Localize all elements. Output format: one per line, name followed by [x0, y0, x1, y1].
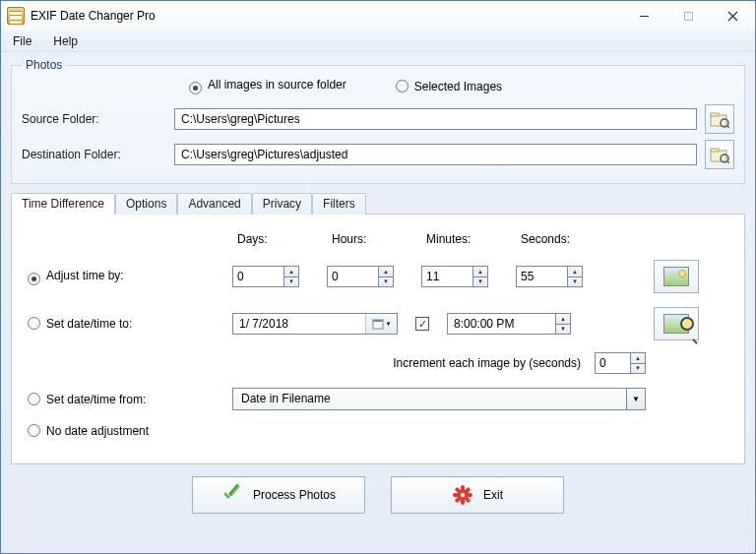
photos-group: Photos All images in source folder Selec… — [11, 58, 745, 184]
spin-down-icon[interactable]: ▼ — [284, 277, 299, 288]
spin-down-icon[interactable]: ▼ — [378, 277, 394, 288]
process-label: Process Photos — [253, 488, 336, 502]
hours-input[interactable] — [327, 266, 378, 287]
radio-empty-icon — [396, 80, 409, 92]
radio-selected-images[interactable]: Selected Images — [396, 80, 502, 93]
seconds-input[interactable] — [516, 266, 567, 287]
app-icon — [7, 7, 25, 25]
minutes-input[interactable] — [421, 266, 472, 287]
tab-advanced[interactable]: Advanced — [177, 193, 251, 215]
radio-empty-icon — [28, 393, 40, 405]
svg-rect-5 — [711, 113, 719, 116]
exit-button[interactable]: Exit — [391, 476, 564, 514]
seconds-spinner[interactable]: ▲▼ — [516, 266, 595, 287]
radio-all-images[interactable]: All images in source folder — [189, 78, 346, 94]
chevron-down-icon: ▼ — [386, 321, 392, 327]
radio-empty-icon — [28, 317, 40, 330]
tab-privacy[interactable]: Privacy — [252, 193, 312, 215]
spin-up-icon[interactable]: ▲ — [378, 266, 394, 277]
tab-strip: Time Difference Options Advanced Privacy… — [11, 192, 745, 214]
reference-image-button[interactable] — [654, 260, 699, 293]
date-value: 1/ 7/2018 — [233, 317, 365, 331]
photos-legend: Photos — [22, 58, 66, 72]
svg-rect-8 — [711, 151, 726, 161]
radio-set-datetime[interactable]: Set date/time to: — [28, 317, 224, 331]
svg-rect-13 — [373, 320, 383, 322]
source-folder-input[interactable] — [174, 108, 697, 130]
menu-help[interactable]: Help — [53, 34, 78, 48]
date-from-value: Date in Filename — [232, 388, 626, 410]
svg-line-11 — [727, 161, 729, 163]
days-input[interactable] — [232, 266, 284, 287]
header-seconds: Seconds: — [521, 232, 599, 246]
time-enable-checkbox[interactable]: ✓ — [415, 317, 429, 331]
spin-up-icon[interactable]: ▲ — [630, 352, 646, 363]
spin-up-icon[interactable]: ▲ — [555, 313, 571, 324]
svg-rect-9 — [711, 149, 719, 152]
svg-rect-1 — [685, 12, 693, 20]
radio-empty-icon — [28, 424, 40, 437]
maximize-button[interactable] — [666, 2, 711, 31]
spin-up-icon[interactable]: ▲ — [567, 266, 583, 277]
time-input[interactable] — [447, 313, 555, 335]
spin-up-icon[interactable]: ▲ — [472, 266, 488, 277]
svg-rect-4 — [711, 115, 726, 126]
tab-body: Days: Hours: Minutes: Seconds: Adjust ti… — [11, 214, 745, 464]
menu-bar: File Help — [1, 31, 755, 52]
hours-spinner[interactable]: ▲▼ — [327, 266, 406, 287]
spin-up-icon[interactable]: ▲ — [284, 266, 299, 277]
spin-down-icon[interactable]: ▼ — [567, 277, 583, 288]
increment-spinner[interactable]: ▲▼ — [595, 352, 646, 374]
svg-line-7 — [727, 126, 729, 128]
process-photos-button[interactable]: Process Photos — [192, 476, 365, 514]
tab-filters[interactable]: Filters — [312, 193, 366, 215]
spin-down-icon[interactable]: ▼ — [472, 277, 488, 288]
burst-icon — [452, 484, 473, 506]
menu-file[interactable]: File — [13, 34, 32, 48]
destination-browse-button[interactable] — [705, 140, 734, 169]
days-spinner[interactable]: ▲▼ — [232, 266, 311, 287]
radio-no-adjust[interactable]: No date adjustment — [28, 424, 224, 438]
date-picker[interactable]: 1/ 7/2018 ▼ — [232, 313, 398, 335]
date-from-combo[interactable]: Date in Filename ▼ — [232, 388, 646, 410]
radio-adjust-time[interactable]: Adjust time by: — [28, 269, 224, 285]
source-browse-button[interactable] — [705, 104, 734, 134]
minimize-button[interactable] — [622, 2, 666, 31]
header-hours: Hours: — [332, 232, 410, 246]
checkmark-icon — [221, 484, 243, 506]
photo-icon — [663, 267, 689, 286]
source-folder-label: Source Folder: — [22, 112, 174, 126]
radio-set-from[interactable]: Set date/time from: — [28, 393, 224, 406]
calendar-icon — [372, 318, 384, 330]
time-spinner[interactable]: ▲▼ — [447, 313, 571, 335]
increment-label: Increment each image by (seconds) — [393, 356, 581, 370]
spin-down-icon[interactable]: ▼ — [555, 324, 571, 336]
destination-folder-input[interactable] — [174, 144, 697, 165]
destination-folder-label: Destination Folder: — [22, 148, 174, 161]
header-days: Days: — [237, 232, 316, 246]
title-bar: EXIF Date Changer Pro — [1, 1, 755, 31]
window-title: EXIF Date Changer Pro — [31, 9, 156, 23]
chevron-down-icon[interactable]: ▼ — [626, 388, 646, 410]
increment-input[interactable] — [595, 352, 630, 374]
calendar-dropdown-button[interactable]: ▼ — [365, 314, 397, 334]
radio-dot-icon — [28, 273, 40, 285]
radio-dot-icon — [189, 82, 202, 94]
minutes-spinner[interactable]: ▲▼ — [421, 266, 500, 287]
close-button[interactable] — [711, 2, 755, 31]
tab-time-difference[interactable]: Time Difference — [11, 193, 115, 215]
spin-down-icon[interactable]: ▼ — [630, 363, 646, 375]
header-minutes: Minutes: — [426, 232, 505, 246]
tab-options[interactable]: Options — [115, 193, 177, 215]
inspect-image-button[interactable] — [654, 307, 699, 340]
photo-magnify-icon — [663, 314, 689, 334]
exit-label: Exit — [483, 488, 503, 502]
